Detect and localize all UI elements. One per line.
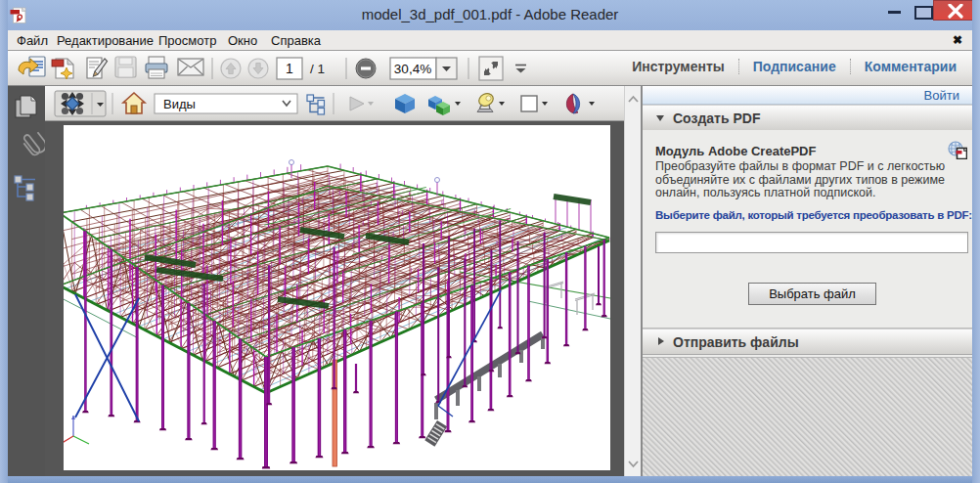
svg-text:/ 1: / 1	[310, 62, 325, 76]
svg-text:1: 1	[286, 61, 293, 76]
svg-text:Виды: Виды	[163, 97, 196, 111]
svg-text:30,4%: 30,4%	[394, 62, 431, 76]
